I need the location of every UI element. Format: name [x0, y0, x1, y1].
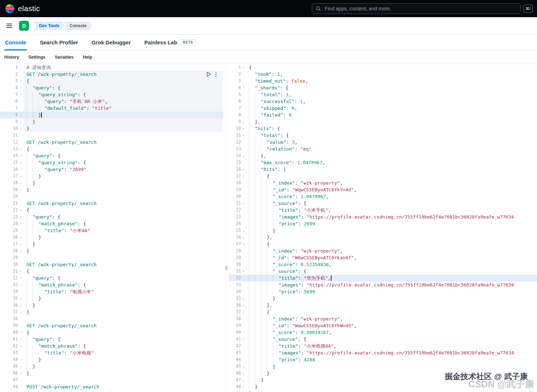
fold-toggle-icon[interactable]: ▴ [241, 390, 246, 392]
fold-toggle-icon[interactable]: ▴ [18, 112, 24, 118]
fold-toggle-icon[interactable]: ▾ [241, 64, 246, 71]
fold-toggle-icon[interactable]: ▴ [18, 241, 24, 248]
fold-toggle-icon[interactable]: ▴ [18, 180, 24, 186]
fold-toggle-icon[interactable]: ▴ [18, 173, 24, 180]
fold-toggle-icon[interactable]: ▴ [18, 186, 24, 193]
code-line[interactable]: 29"_id": "W6wCS5EByoATC6Ykan6f", [229, 254, 537, 261]
code-line[interactable]: 36▴}, [229, 302, 537, 309]
code-line[interactable]: 48▴} [229, 383, 537, 390]
code-line[interactable]: 41▾"_source": { [229, 336, 537, 343]
code-line[interactable]: 33"images": "https://profile-avatar.csdn… [229, 281, 537, 288]
fold-toggle-icon[interactable]: ▴ [241, 295, 246, 302]
code-line[interactable]: 5▾"query_string": { [0, 91, 223, 98]
fold-toggle-icon[interactable]: ▴ [18, 370, 24, 377]
code-line[interactable]: 26▴}, [229, 234, 537, 241]
tab-console[interactable]: Console [4, 35, 27, 50]
code-line[interactable]: 12"value": 3, [229, 139, 537, 146]
fold-toggle-icon[interactable]: ▾ [18, 329, 24, 336]
code-line[interactable]: 2"took": 1, [229, 71, 537, 78]
code-line[interactable]: 45▴} [0, 363, 223, 370]
code-line[interactable]: 15▾"query_string": { [0, 159, 223, 166]
fold-toggle-icon[interactable]: ▴ [241, 377, 246, 383]
code-line[interactable]: 19▴} [0, 186, 223, 193]
fold-toggle-icon[interactable]: ▾ [18, 268, 24, 275]
code-line[interactable]: 8▴} [0, 112, 223, 118]
code-line[interactable]: 13"relation": "eq" [229, 146, 537, 152]
global-search-input[interactable] [324, 5, 517, 12]
code-line[interactable]: 27▴} [0, 241, 223, 248]
code-line[interactable]: 2GET /wzk-property/_search [0, 71, 223, 78]
code-line[interactable]: 42"title": "小米电视4A", [229, 343, 537, 349]
code-line[interactable]: 23"images": "https://profile-avatar.csdn… [229, 214, 537, 220]
request-options-button[interactable] [215, 72, 217, 77]
fold-toggle-icon[interactable]: ▾ [241, 200, 246, 207]
fold-toggle-icon[interactable]: ▴ [241, 227, 246, 234]
fold-toggle-icon[interactable]: ▾ [18, 207, 24, 214]
fold-toggle-icon[interactable]: ▴ [18, 295, 24, 302]
code-line[interactable]: 25"title": "小米4A" [0, 227, 223, 234]
fold-toggle-icon[interactable]: ▾ [241, 268, 246, 275]
fold-toggle-icon[interactable]: ▴ [241, 370, 246, 377]
code-line[interactable]: 33▾"match_phrase": { [0, 281, 223, 288]
code-line[interactable]: 4▾"query": { [0, 84, 223, 91]
fold-toggle-icon[interactable]: ▾ [241, 166, 246, 173]
elastic-logo-icon[interactable] [5, 4, 15, 14]
code-line[interactable]: 34"price": 5699 [229, 288, 537, 295]
code-line[interactable]: 30"_score": 0.52354836, [229, 261, 537, 268]
code-line[interactable]: 22"title": "小米手机", [229, 207, 537, 214]
code-line[interactable]: 28▴} [0, 248, 223, 254]
fold-toggle-icon[interactable]: ▾ [18, 275, 24, 281]
fold-toggle-icon[interactable]: ▾ [241, 336, 246, 343]
code-line[interactable]: 38 [0, 315, 223, 322]
fold-toggle-icon[interactable]: ▴ [18, 248, 24, 254]
code-line[interactable]: 10▴} [0, 125, 223, 132]
code-line[interactable]: 23▾"query": { [0, 214, 223, 220]
code-line[interactable]: 31▾"_source": { [229, 268, 537, 275]
code-line[interactable]: 16▾"hits": [ [229, 166, 537, 173]
response-viewer[interactable]: 1▾{2"took": 1,3"timed_out": false,4▾"_sh… [229, 64, 537, 392]
code-line[interactable]: 49▾{ [0, 390, 223, 392]
code-line[interactable]: 42▾"match_phrase": { [0, 343, 223, 349]
fold-toggle-icon[interactable]: ▴ [18, 125, 24, 132]
code-line[interactable]: 18"_index": "wzk-property", [229, 180, 537, 186]
fold-toggle-icon[interactable]: ▾ [18, 281, 24, 288]
fold-toggle-icon[interactable]: ▴ [241, 234, 246, 241]
fold-toggle-icon[interactable]: ▾ [241, 309, 246, 315]
menu-icon[interactable] [5, 22, 14, 29]
fold-toggle-icon[interactable]: ▴ [241, 383, 246, 390]
code-line[interactable]: 39"_id": "WawCS5EByoATC6YkWn45", [229, 322, 537, 329]
code-line[interactable]: 7"default_field": "title" [0, 105, 223, 112]
code-line[interactable]: 47 [0, 377, 223, 383]
code-line[interactable]: 15"max_score": 1.0470967, [229, 159, 537, 166]
pane-resizer[interactable] [223, 64, 229, 392]
code-line[interactable]: 11▾"total": { [229, 132, 537, 139]
fold-toggle-icon[interactable]: ▴ [18, 363, 24, 370]
console-menu-help[interactable]: Help [83, 55, 92, 60]
fold-toggle-icon[interactable]: ▾ [18, 84, 24, 91]
fold-toggle-icon[interactable]: ▾ [18, 214, 24, 220]
fold-toggle-icon[interactable]: ▾ [241, 132, 246, 139]
code-line[interactable]: 7"skipped": 0, [229, 105, 537, 112]
code-line[interactable]: 45▴} [229, 363, 537, 370]
fold-toggle-icon[interactable]: ▴ [18, 302, 24, 309]
fold-toggle-icon[interactable]: ▾ [241, 173, 246, 180]
code-line[interactable]: 44"price": 4288 [229, 356, 537, 363]
code-line[interactable]: 18▴} [0, 180, 223, 186]
console-menu-history[interactable]: History [4, 55, 19, 60]
code-line[interactable]: 14▾"query": { [0, 152, 223, 159]
code-line[interactable]: 1# 逻辑查询 [0, 64, 223, 71]
code-line[interactable]: 38"_index": "wzk-property", [229, 315, 537, 322]
fold-toggle-icon[interactable]: ▴ [241, 363, 246, 370]
code-line[interactable]: 49▴} [229, 390, 537, 392]
code-line[interactable]: 48POST /wzk-property/_search [0, 383, 223, 390]
code-line[interactable]: 44▴} [0, 356, 223, 363]
code-line[interactable]: 6"query": "手机 OR 小米", [0, 98, 223, 105]
space-avatar[interactable]: D [19, 21, 29, 31]
code-line[interactable]: 26▴} [0, 234, 223, 241]
code-line[interactable]: 12GET /wzk-property/_search [0, 139, 223, 146]
code-line[interactable]: 11 [0, 132, 223, 139]
code-line[interactable]: 17▾{ [229, 173, 537, 180]
code-line[interactable]: 29 [0, 254, 223, 261]
fold-toggle-icon[interactable]: ▾ [18, 152, 24, 159]
code-line[interactable]: 46▴} [0, 370, 223, 377]
